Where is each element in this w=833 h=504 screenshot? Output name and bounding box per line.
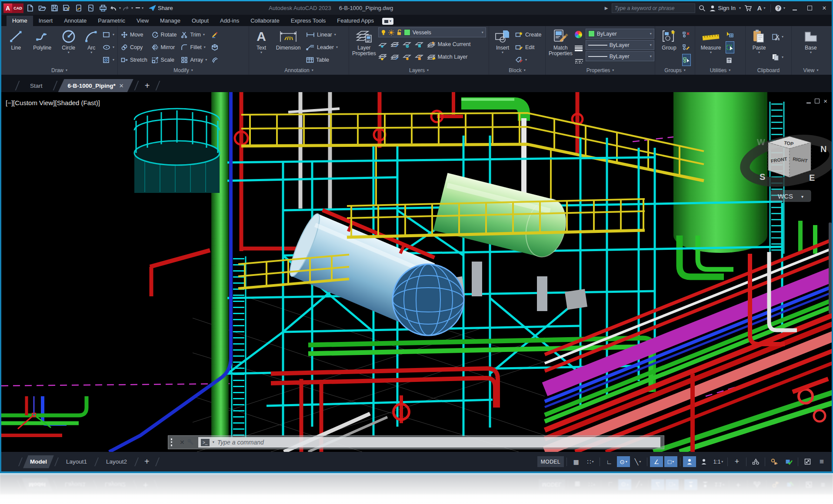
insert-block-button[interactable]: Insert ▾ <box>492 27 513 66</box>
base-view-button[interactable]: Base ▾ <box>799 27 823 66</box>
quick-select-button[interactable] <box>726 29 734 40</box>
polar-tracking-toggle[interactable]: ⊙▾ <box>617 456 630 467</box>
linetype-dropdown[interactable]: ByLayer▾ <box>586 51 654 61</box>
share-button[interactable]: Share <box>146 3 176 13</box>
ortho-mode-toggle[interactable]: ∟ <box>603 456 616 467</box>
ungroup-button[interactable] <box>682 29 691 40</box>
search-input[interactable] <box>612 3 695 13</box>
scale-button[interactable]: Scale <box>152 54 177 66</box>
panel-label-view[interactable]: View▾ <box>792 66 830 75</box>
wcs-dropdown[interactable]: WCS <box>778 192 793 200</box>
layout-tab-layout2[interactable]: Layout2 <box>99 455 134 468</box>
erase-button[interactable] <box>211 29 218 40</box>
compass-south[interactable]: S <box>760 172 765 182</box>
annotation-autoscale-toggle[interactable] <box>697 456 710 467</box>
command-wrench-icon[interactable] <box>187 439 195 446</box>
file-tab-document[interactable]: 6-B-1000_Piping*✕ <box>58 79 133 92</box>
offset-button[interactable] <box>211 54 218 66</box>
linear-dimension-button[interactable]: Linear▾ <box>306 29 338 40</box>
create-block-button[interactable]: Create <box>515 29 542 40</box>
tracker-key-button[interactable] <box>768 456 781 467</box>
layer-on-row-icon[interactable] <box>378 54 387 60</box>
trim-button[interactable]: Trim▾ <box>181 29 207 40</box>
file-tab-start[interactable]: Start <box>20 79 52 92</box>
customization-menu-button[interactable]: ≡ <box>815 456 828 467</box>
mirror-button[interactable]: Mirror <box>152 42 177 53</box>
panel-label-groups[interactable]: Groups▾ <box>655 66 695 75</box>
tab-parametric[interactable]: Parametric <box>92 16 131 26</box>
line-button[interactable]: Line <box>4 27 27 66</box>
tab-manage[interactable]: Manage <box>154 16 186 26</box>
tab-add-ins[interactable]: Add-ins <box>214 16 245 26</box>
paste-button[interactable]: Paste ▾ <box>749 27 770 66</box>
compass-north[interactable]: N <box>820 144 826 154</box>
stretch-button[interactable]: Stretch <box>121 54 147 66</box>
customize-qat-button[interactable]: ▾ <box>134 3 145 13</box>
minimize-button[interactable] <box>789 3 800 13</box>
save-button[interactable] <box>49 3 60 13</box>
sign-in-caret[interactable]: ▾ <box>739 7 741 10</box>
open-from-web-button[interactable] <box>73 3 84 13</box>
sign-in-button[interactable]: Sign In <box>709 5 736 12</box>
maximize-button[interactable] <box>804 3 815 13</box>
drawing-minimize-button[interactable] <box>806 99 811 103</box>
tab-express-tools[interactable]: Express Tools <box>285 16 332 26</box>
layer-freeze-icon[interactable] <box>403 41 411 48</box>
panel-label-utilities[interactable]: Utilities▾ <box>695 66 745 75</box>
cut-button[interactable]: ▾ <box>772 31 783 43</box>
edit-attributes-button[interactable]: ▾ <box>515 54 542 66</box>
panel-label-annotation[interactable]: Annotation▾ <box>249 66 349 75</box>
hardware-acceleration-button[interactable] <box>782 456 795 467</box>
tab-view[interactable]: View <box>131 16 154 26</box>
measure-button[interactable]: Measure ▾ <box>698 27 723 66</box>
group-edit-button[interactable] <box>682 41 691 53</box>
tab-featured-apps[interactable]: Featured Apps <box>331 16 380 26</box>
text-button[interactable]: A Text ▾ <box>252 27 270 66</box>
compass-west[interactable]: W <box>757 137 765 147</box>
layer-walk-icon[interactable] <box>390 54 399 60</box>
move-button[interactable]: Move <box>121 29 147 40</box>
fillet-button[interactable]: Fillet▾ <box>181 42 207 53</box>
polyline-button[interactable]: Polyline <box>30 27 54 66</box>
autodesk-app-store-button[interactable]: A▾ <box>756 3 767 13</box>
layout-tab-model[interactable]: Model <box>23 455 54 468</box>
tab-output[interactable]: Output <box>186 16 214 26</box>
lineweight-dropdown[interactable]: ByLayer▾ <box>586 40 654 50</box>
array-button[interactable]: Array▾ <box>181 54 207 66</box>
tab-annotate[interactable]: Annotate <box>58 16 92 26</box>
open-file-button[interactable] <box>37 3 48 13</box>
layer-lock-icon[interactable] <box>415 41 423 48</box>
annotation-scale-button[interactable]: 1:1▾ <box>712 456 725 467</box>
compass-east[interactable]: E <box>809 173 815 182</box>
new-drawing-tab-button[interactable]: + <box>140 79 155 92</box>
panel-label-block[interactable]: Block▾ <box>489 66 545 75</box>
quick-calculator-button[interactable] <box>726 55 734 66</box>
tab-home[interactable]: Home <box>7 16 33 26</box>
copy-clip-button[interactable]: ▾ <box>772 52 783 63</box>
match-properties-button[interactable]: Match Properties <box>549 27 573 66</box>
copy-button[interactable]: Copy <box>121 42 147 53</box>
snap-mode-toggle[interactable]: ∷▾ <box>584 456 597 467</box>
cart-icon[interactable] <box>744 5 752 12</box>
layer-isolate-icon[interactable] <box>390 41 399 48</box>
tab-collaborate[interactable]: Collaborate <box>245 16 285 26</box>
object-snap-tracking-toggle[interactable]: ∠ <box>650 456 663 467</box>
new-file-button[interactable] <box>24 3 36 13</box>
layer-unlock-row-icon[interactable] <box>415 54 423 60</box>
panel-label-properties[interactable]: Properties▾ <box>546 66 655 75</box>
model-space-button[interactable]: MODEL <box>537 456 564 467</box>
hatch-button[interactable]: ▾ <box>103 54 114 66</box>
panel-label-modify[interactable]: Modify▾ <box>118 66 249 75</box>
close-file-tab-icon[interactable]: ✕ <box>119 83 124 89</box>
layer-properties-button[interactable]: Layer Properties <box>352 27 376 66</box>
save-as-button[interactable] <box>61 3 72 13</box>
panel-label-clipboard[interactable]: Clipboard <box>746 66 791 75</box>
new-layout-button[interactable]: + <box>139 455 155 468</box>
object-color-dropdown[interactable]: ByLayer▾ <box>586 29 654 39</box>
panel-label-draw[interactable]: Draw▾ <box>1 66 117 75</box>
make-current-button[interactable]: Make Current <box>427 39 471 50</box>
search-icon[interactable] <box>699 5 706 12</box>
viewport-controls-label[interactable]: [−][Custom View][Shaded (Fast)] <box>6 99 100 106</box>
save-to-web-button[interactable] <box>85 3 97 13</box>
autocad-logo[interactable]: ACAD <box>3 3 23 13</box>
